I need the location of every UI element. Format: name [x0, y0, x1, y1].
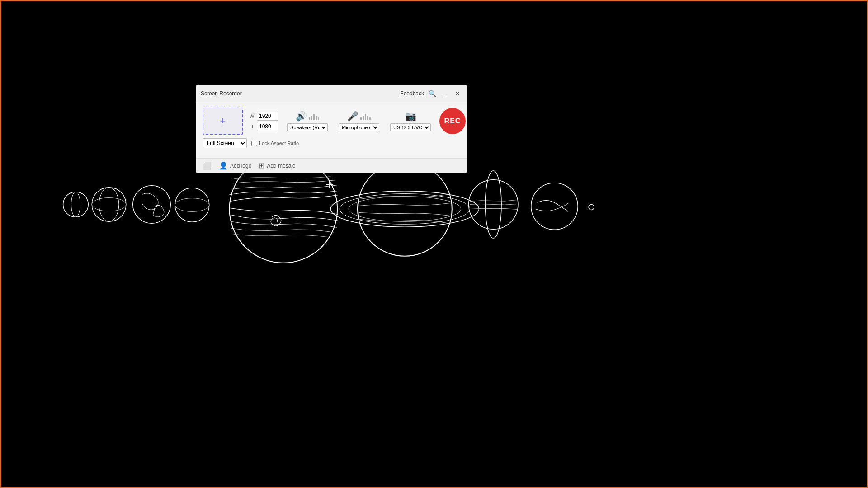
speakers-icon-row: 🔊: [296, 111, 319, 122]
svg-point-13: [340, 194, 470, 225]
lock-aspect-checkbox[interactable]: [251, 141, 257, 146]
vol-bar-2: [311, 116, 312, 120]
svg-point-16: [485, 171, 501, 238]
height-input[interactable]: [257, 122, 278, 131]
svg-point-15: [469, 180, 518, 229]
screen-mode-select[interactable]: Full Screen Window Region: [203, 138, 247, 148]
webcam-icon: 📷: [405, 111, 416, 122]
add-mosaic-item[interactable]: ⊞ Add mosaic: [259, 161, 295, 170]
width-input[interactable]: [257, 112, 278, 121]
dimensions-inputs: W H: [250, 112, 278, 131]
capture-area-plus-icon: +: [220, 115, 226, 127]
svg-point-11: [358, 162, 452, 256]
microphone-select[interactable]: Microphone (...: [339, 123, 379, 131]
svg-point-5: [92, 198, 126, 211]
add-logo-label: Add logo: [230, 163, 251, 169]
svg-point-8: [175, 188, 209, 222]
vol-bar-4: [316, 116, 317, 120]
person-icon: 👤: [219, 161, 228, 170]
mic-bar-1: [360, 117, 362, 120]
webcam-icon-row: 📷: [405, 111, 416, 122]
vol-bar-1: [309, 117, 310, 120]
webcam-section: 📷 USB2.0 UVC H...: [388, 111, 433, 131]
webcam-dropdown: USB2.0 UVC H...: [390, 123, 431, 131]
mic-bar-3: [365, 114, 366, 120]
main-controls-row: + W H 🔊: [203, 108, 460, 135]
webcam-select[interactable]: USB2.0 UVC H...: [390, 123, 431, 131]
search-settings-button[interactable]: 🔍: [428, 89, 437, 98]
speakers-dropdown: Speakers (Real...: [287, 123, 328, 131]
record-button[interactable]: REC: [439, 108, 466, 134]
crosshair-cursor: [326, 181, 333, 188]
lock-aspect-label: Lock Aspect Ratio: [259, 141, 299, 146]
mic-bar-2: [363, 116, 364, 120]
svg-point-9: [175, 198, 209, 212]
dialog-title: Screen Recorder: [201, 90, 242, 97]
svg-point-4: [99, 188, 119, 222]
height-label: H: [250, 124, 255, 129]
mic-bar-5: [369, 117, 371, 120]
speakers-select[interactable]: Speakers (Real...: [287, 123, 328, 131]
screenshot-icon: ⬜: [203, 161, 212, 170]
microphone-section: 🎤 Microphone (...: [336, 111, 382, 131]
screen-recorder-dialog: Screen Recorder Feedback 🔍 – ✕ + W H: [196, 85, 467, 173]
svg-point-2: [71, 192, 80, 217]
lock-aspect-row: Lock Aspect Ratio: [251, 141, 299, 146]
screenshot-toolbar-item[interactable]: ⬜: [203, 161, 212, 170]
mic-volume-bars: [360, 112, 371, 120]
speakers-section: 🔊 Speakers (Real...: [285, 111, 330, 131]
speaker-volume-bars: [309, 112, 319, 120]
capture-area-box[interactable]: +: [203, 108, 243, 135]
svg-point-14: [349, 197, 461, 222]
vol-bar-3: [313, 114, 315, 120]
dialog-toolbar: ⬜ 👤 Add logo ⊞ Add mosaic: [196, 158, 467, 173]
mosaic-icon: ⊞: [259, 161, 264, 170]
mic-bar-4: [367, 116, 368, 120]
dialog-titlebar: Screen Recorder Feedback 🔍 – ✕: [196, 85, 467, 102]
svg-point-17: [531, 183, 578, 230]
add-mosaic-label: Add mosaic: [267, 163, 295, 169]
svg-point-6: [133, 186, 171, 224]
dialog-body: + W H 🔊: [196, 102, 467, 158]
speaker-icon: 🔊: [296, 111, 307, 122]
svg-point-1: [63, 192, 89, 217]
microphone-dropdown: Microphone (...: [339, 123, 379, 131]
secondary-controls-row: Full Screen Window Region Lock Aspect Ra…: [203, 138, 460, 148]
minimize-button[interactable]: –: [440, 89, 449, 98]
svg-point-0: [589, 204, 594, 210]
svg-point-12: [330, 191, 479, 227]
width-label: W: [250, 113, 255, 119]
add-logo-item[interactable]: 👤 Add logo: [219, 161, 251, 170]
microphone-icon-row: 🎤: [347, 111, 371, 122]
width-row: W: [250, 112, 278, 121]
close-button[interactable]: ✕: [453, 89, 462, 98]
titlebar-controls: Feedback 🔍 – ✕: [400, 89, 462, 98]
feedback-link[interactable]: Feedback: [400, 90, 424, 97]
microphone-icon: 🎤: [347, 111, 359, 122]
height-row: H: [250, 122, 278, 131]
svg-point-3: [92, 188, 126, 222]
vol-bar-5: [318, 117, 319, 120]
svg-point-7: [133, 186, 171, 224]
